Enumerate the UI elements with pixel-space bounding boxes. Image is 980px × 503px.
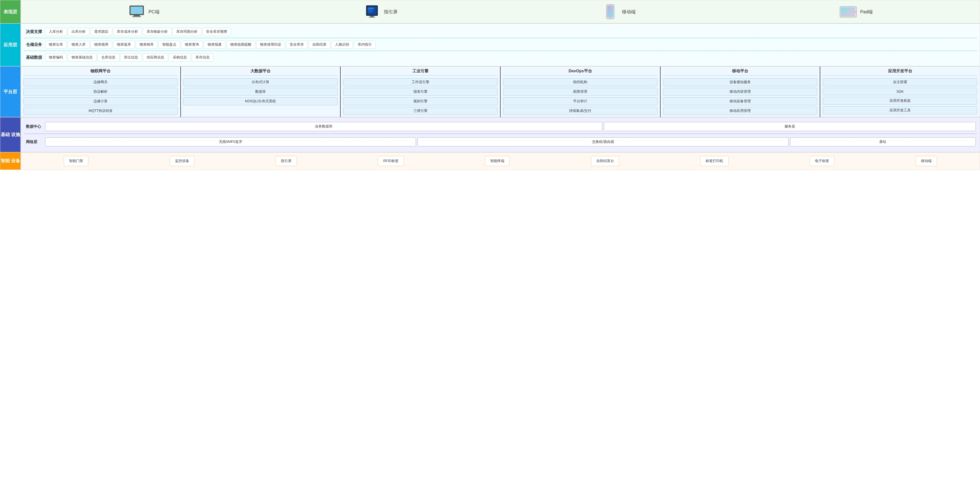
svg-rect-15	[609, 5, 611, 6]
screen-icon	[363, 5, 381, 19]
app-items-decision: 入库分析 出库分析 需求跟踪 库存成本分析 库存账龄分析 库存同期分析 安全库存…	[44, 26, 977, 38]
app-item: 入库分析	[45, 28, 67, 36]
pingtai-col-mobile: 移动平台 设备微知服务 移动内容管理 移动设备管理 移动应用管理	[660, 67, 821, 117]
pingtai-col-devops-title: DevOps平台	[503, 68, 657, 76]
svg-rect-16	[607, 6, 613, 17]
app-items-basic: 物资编码 物资基础信息 仓库信息 库位信息 供应商信息 采购信息 库存信息	[44, 51, 977, 64]
pc-icon	[128, 5, 146, 19]
mobile-icon	[601, 5, 619, 19]
pingtai-item: 报表引擎	[343, 88, 498, 96]
pingtai-item: 三维引擎	[343, 107, 498, 115]
infra-category-datacenter: 数据中心	[24, 119, 44, 134]
svg-rect-8	[368, 11, 373, 11]
pingtai-col-appdev: 应用开发平台 自主部署 SDK 应用开发框架 应用开发工具	[820, 67, 980, 117]
pingtai-item: 应用开发框架	[823, 97, 977, 105]
pingtai-row: 平台层 物联网平台 边缘网关 协议解析 边缘计算 MQTT协议转发 大数据平台	[0, 67, 980, 118]
svg-rect-19	[841, 7, 855, 16]
infra-item: 交换机/路由器	[417, 137, 788, 146]
pingtai-item: 边缘计算	[24, 97, 178, 105]
app-item: 物资出库	[45, 41, 67, 49]
app-item: 采购信息	[169, 53, 191, 62]
pingtai-item: 边缘网关	[24, 78, 178, 86]
infra-row-datacenter: 数据中心 业务数据库 服务器	[24, 119, 977, 134]
pingtai-item: 设备微知服务	[663, 78, 818, 86]
app-item: 物资报废	[204, 41, 226, 49]
pingtai-item: 数据库	[183, 88, 338, 96]
app-row-basic: 基础数据 物资编码 物资基础信息 仓库信息 库位信息 供应商信息 采购信息 库存…	[24, 51, 977, 64]
pingtai-item: 工作流引擎	[343, 78, 498, 86]
pingtai-item: 移动内容管理	[663, 88, 818, 96]
app-item: 需求跟踪	[91, 28, 112, 36]
pingtai-item: 协议解析	[24, 88, 178, 96]
jichu-row: 基础 设施 数据中心 业务数据库 服务器 网络层 无线/WIFI/蓝牙 交	[0, 118, 980, 153]
app-item: 物资借用归还	[256, 41, 285, 49]
app-item: 物资编码	[45, 53, 67, 62]
pc-label: PC端	[149, 9, 159, 15]
architecture-diagram: 表现层 PC端	[0, 0, 980, 170]
infra-item: 基站	[790, 137, 976, 146]
pingtai-item: 权限管理	[503, 88, 657, 96]
pingtai-col-industry-title: 工业引擎	[343, 68, 498, 76]
infra-row-network: 网络层 无线/WIFI/蓝牙 交换机/路由器 基站	[24, 135, 977, 149]
zhineng-label-text: 智能 设备	[0, 155, 22, 167]
pingtai-item: 移动设备管理	[663, 97, 818, 105]
pingtai-item: MQTT协议转发	[24, 107, 178, 115]
svg-rect-9	[368, 12, 372, 12]
app-item: 智能盘点	[159, 41, 180, 49]
zhineng-item: RFID标签	[378, 156, 404, 166]
pingtai-item: 自主部署	[823, 78, 977, 86]
app-row-warehouse: 仓储业务 物资出库 物资入库 物资领用 物资返库 物资移库 智能盘点 物资查询 …	[24, 38, 977, 51]
biaoxian-row: 表现层 PC端	[0, 0, 980, 24]
zhineng-item: 标签打印机	[700, 156, 729, 166]
app-item: 自助结算	[309, 41, 330, 49]
zhineng-item: 指引屏	[275, 156, 297, 166]
zhineng-label: 智能 设备	[0, 153, 21, 170]
svg-point-20	[855, 11, 856, 12]
yingyong-label: 应用层	[0, 24, 21, 66]
pingtai-col-industry: 工业引擎 工作流引擎 报表引擎 规则引擎 三维引擎	[340, 67, 501, 117]
device-pad: Pad端	[839, 5, 873, 19]
infra-item: 服务器	[604, 122, 976, 131]
pingtai-item: 持续集成/交付	[503, 107, 657, 115]
zhineng-item: 监控设备	[170, 156, 194, 166]
app-item: 仓库信息	[97, 53, 119, 62]
app-item: 库内指引	[354, 41, 375, 49]
device-pc: PC端	[128, 5, 159, 19]
infra-category-network: 网络层	[24, 135, 44, 149]
pingtai-col-devops: DevOps平台 组织机构 权限管理 平台审计 持续集成/交付	[501, 67, 660, 117]
app-item: 人脸识别	[331, 41, 353, 49]
jichu-label-text: 基础 设施	[0, 129, 22, 140]
device-screen: 指引屏	[363, 5, 398, 19]
pingtai-label: 平台层	[0, 67, 21, 117]
app-item: 物资基础信息	[68, 53, 97, 62]
jichu-content: 数据中心 业务数据库 服务器 网络层 无线/WIFI/蓝牙 交换机/路由器 基站	[21, 118, 980, 152]
pingtai-item: 平台审计	[503, 97, 657, 105]
pingtai-item: 应用开发工具	[823, 107, 977, 115]
zhineng-item: 移动端	[916, 156, 937, 166]
pingtai-content: 物联网平台 边缘网关 协议解析 边缘计算 MQTT协议转发 大数据平台 分布式计…	[21, 67, 980, 117]
app-item: 库存账龄分析	[143, 28, 172, 36]
svg-rect-1	[130, 6, 143, 14]
infra-item: 无线/WIFI/蓝牙	[45, 137, 416, 146]
app-item: 物资移库	[136, 41, 158, 49]
app-category-warehouse: 仓储业务	[24, 38, 44, 51]
screen-label: 指引屏	[384, 9, 398, 15]
app-item: 物资入库	[68, 41, 89, 49]
pad-label: Pad端	[860, 9, 873, 15]
svg-rect-10	[370, 16, 374, 17]
app-item: 供应商信息	[143, 53, 168, 62]
pingtai-item: SDK	[823, 88, 977, 95]
pingtai-col-appdev-title: 应用开发平台	[823, 68, 977, 76]
app-item: 物资临期提醒	[226, 41, 255, 49]
svg-point-14	[610, 17, 611, 18]
app-item: 出库分析	[68, 28, 89, 36]
app-category-decision: 决策支撑	[24, 26, 44, 38]
svg-rect-11	[369, 17, 375, 18]
app-row-decision: 决策支撑 入库分析 出库分析 需求跟踪 库存成本分析 库存账龄分析 库存同期分析…	[24, 26, 977, 38]
jichu-label: 基础 设施	[0, 118, 21, 152]
app-item: 安全库存预警	[202, 28, 231, 36]
app-item: 库存信息	[192, 53, 213, 62]
pingtai-col-iot: 物联网平台 边缘网关 协议解析 边缘计算 MQTT协议转发	[21, 67, 181, 117]
app-item: 库存同期分析	[173, 28, 201, 36]
pingtai-item: 移动应用管理	[663, 107, 818, 115]
